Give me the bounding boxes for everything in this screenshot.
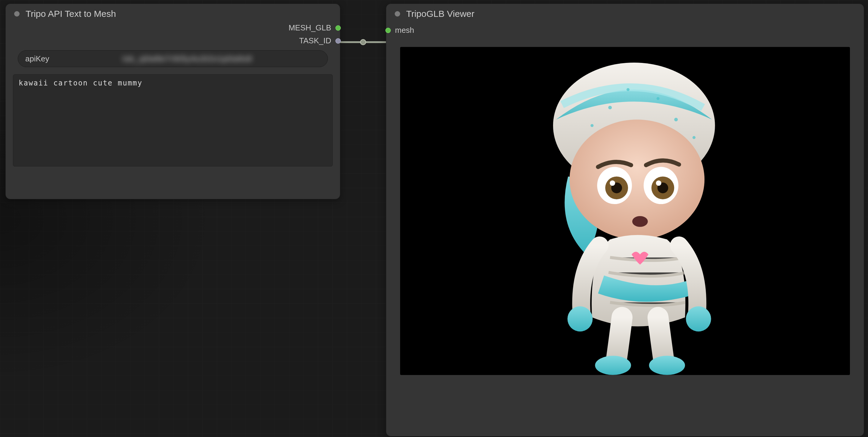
node-title: TripoGLB Viewer: [406, 9, 474, 19]
node-input-ports: mesh: [386, 23, 864, 38]
node-output-ports: MESH_GLB TASK_ID: [6, 23, 340, 49]
svg-point-16: [649, 356, 685, 375]
node-tripoglb-viewer[interactable]: TripoGLB Viewer mesh: [386, 4, 864, 436]
svg-point-21: [692, 136, 695, 139]
node-collapse-dot-icon[interactable]: [14, 11, 20, 17]
svg-point-10: [610, 180, 615, 186]
node-tripo-text-to-mesh[interactable]: Tripo API Text to Mesh MESH_GLB TASK_ID …: [5, 4, 340, 199]
svg-point-14: [686, 306, 711, 332]
svg-point-12: [632, 216, 648, 227]
svg-point-0: [361, 39, 366, 45]
node-title: Tripo API Text to Mesh: [26, 9, 116, 19]
output-port-label: TASK_ID: [299, 36, 331, 45]
svg-point-17: [608, 106, 612, 109]
svg-point-13: [567, 306, 593, 332]
input-port-mesh[interactable]: mesh: [388, 26, 414, 35]
glb-preview-icon: [400, 47, 850, 375]
input-port-label: mesh: [395, 26, 414, 35]
node-header[interactable]: TripoGLB Viewer: [386, 4, 864, 23]
output-port-mesh-glb[interactable]: MESH_GLB: [288, 23, 338, 32]
svg-point-19: [674, 118, 678, 121]
apikey-field[interactable]: apiKey tsk_q0w8e7r6t5y4u3i2o1p0a9s8: [18, 50, 328, 67]
svg-point-20: [590, 124, 593, 127]
node-header[interactable]: Tripo API Text to Mesh: [6, 4, 340, 23]
svg-point-15: [595, 356, 631, 375]
node-connection-wire: [337, 38, 389, 46]
svg-point-22: [626, 88, 629, 91]
prompt-textarea-wrap: kawaii cartoon cute mummy: [13, 74, 333, 166]
node-collapse-dot-icon[interactable]: [395, 11, 400, 17]
output-port-task-id[interactable]: TASK_ID: [299, 36, 338, 45]
port-socket-icon[interactable]: [335, 38, 341, 44]
apikey-value: tsk_q0w8e7r6t5y4u3i2o1p0a9s8: [55, 54, 321, 63]
glb-viewer[interactable]: [400, 47, 850, 375]
prompt-textarea[interactable]: kawaii cartoon cute mummy: [19, 79, 327, 162]
port-socket-icon[interactable]: [335, 25, 341, 31]
svg-point-18: [657, 97, 660, 100]
apikey-label: apiKey: [25, 54, 50, 63]
port-socket-icon[interactable]: [385, 28, 391, 33]
svg-point-11: [656, 180, 661, 186]
output-port-label: MESH_GLB: [288, 23, 331, 32]
